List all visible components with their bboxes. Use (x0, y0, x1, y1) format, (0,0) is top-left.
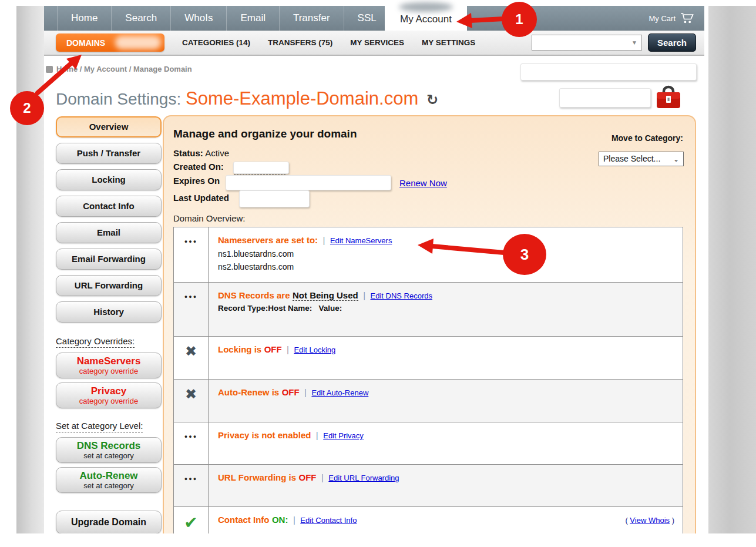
redacted-title-box (559, 88, 651, 108)
left-gutter (16, 6, 44, 533)
breadcrumb[interactable]: Home / My Account / Manage Domain (56, 65, 192, 73)
redacted-account-name (399, 2, 453, 12)
dots-icon: ●●● (174, 465, 209, 506)
view-whois-link[interactable]: View Whois (630, 516, 670, 525)
my-cart-label: My Cart (649, 14, 676, 23)
edit-dns-records-link[interactable]: Edit DNS Records (371, 291, 432, 300)
locking-title: Locking is (218, 344, 261, 354)
subnav-transfers[interactable]: TRANSFERS (75) (268, 38, 332, 47)
edit-auto-renew-link[interactable]: Edit Auto-Renew (311, 388, 368, 397)
sidebar-tab-locking[interactable]: Locking (56, 169, 162, 190)
dots-icon: ●●● (174, 422, 209, 464)
set-at-category-heading: Set at Category Level: (56, 421, 143, 432)
page-title-prefix: Domain Settings: (56, 90, 181, 108)
sidebar-tab-email[interactable]: Email (56, 222, 162, 243)
separator: | (293, 515, 295, 525)
dns-records-category-title: DNS Records (56, 440, 161, 452)
right-gutter (708, 6, 756, 533)
chevron-down-icon: ▼ (631, 39, 637, 46)
nav-tab-my-account-label: My Account (400, 14, 452, 25)
separator: | (323, 235, 325, 245)
dns-status: Not Being Used (293, 290, 358, 301)
separator: | (304, 387, 307, 397)
edit-nameservers-link[interactable]: Edit NameServers (330, 236, 392, 245)
x-icon: ✖ (174, 337, 209, 379)
nameservers-override-title: NameServers (56, 355, 161, 367)
sidebar-tab-email-forwarding[interactable]: Email Forwarding (56, 249, 162, 270)
move-to-category-value: Please Select... (603, 154, 660, 163)
sidebar-tab-url-forwarding[interactable]: URL Forwarding (56, 275, 162, 296)
sidebar-button-auto-renew-category[interactable]: Auto-Renew set at category (56, 467, 162, 493)
renew-now-link[interactable]: Renew Now (399, 178, 447, 188)
sidebar-button-nameservers-override[interactable]: NameServers category override (56, 353, 162, 378)
subnav-search-button[interactable]: Search (648, 33, 696, 52)
page-title: Domain Settings: Some-Example-Domain.com… (56, 88, 438, 109)
bottom-gutter (0, 533, 756, 547)
sidebar-tab-overview[interactable]: Overview (56, 116, 162, 137)
sidebar-tab-history[interactable]: History (56, 301, 162, 323)
subnav-dropdown[interactable]: ▼ (532, 35, 642, 51)
table-row-auto-renew: ✖ Auto-Renew is OFF | Edit Auto-Renew (174, 380, 683, 422)
cart-icon (680, 12, 695, 24)
separator: | (363, 290, 365, 300)
edit-contact-info-link[interactable]: Edit Contact Info (300, 516, 357, 525)
edit-privacy-link[interactable]: Edit Privacy (323, 431, 364, 440)
nav-tab-my-account-active[interactable]: My Account (385, 1, 467, 31)
edit-locking-link[interactable]: Edit Locking (294, 345, 335, 354)
status-line: Status: Active (173, 148, 229, 158)
expires-line: Expires On (173, 176, 220, 186)
separator: | (316, 430, 318, 440)
subnav-my-settings[interactable]: MY SETTINGS (422, 38, 475, 47)
upgrade-domain-button[interactable]: Upgrade Domain (56, 511, 162, 534)
privacy-override-subtitle: category override (56, 397, 161, 406)
view-whois-wrap: ( View Whois ) (625, 516, 674, 525)
page: Home Search WhoIs Email Transfer SSL My … (0, 0, 756, 547)
redacted-domains-count (115, 36, 161, 49)
domain-overview-table: ●●● Nameservers are set to: | Edit NameS… (173, 227, 683, 547)
redacted-expires-date (226, 175, 391, 190)
status-label: Status: (173, 148, 203, 158)
subnav-my-services[interactable]: MY SERVICES (350, 38, 404, 47)
breadcrumb-home-icon (46, 66, 53, 73)
nav-tab-search[interactable]: Search (112, 6, 171, 31)
url-forwarding-title: URL Forwarding is (218, 472, 296, 482)
nav-tab-email[interactable]: Email (227, 6, 280, 31)
nav-tab-home[interactable]: Home (57, 6, 112, 31)
separator: | (287, 344, 289, 354)
my-cart-button[interactable]: My Cart (649, 6, 695, 31)
subnav-domains-button[interactable]: DOMAINS (56, 33, 164, 52)
x-icon: ✖ (174, 380, 209, 422)
toolbox-icon[interactable] (654, 85, 683, 113)
updated-line: Last Updated (173, 193, 229, 203)
dots-icon: ●●● (174, 283, 209, 336)
dots-icon: ●●● (174, 227, 209, 282)
contact-info-title: Contact Info (218, 515, 270, 525)
sidebar-button-privacy-override[interactable]: Privacy category override (56, 382, 162, 408)
top-nav: Home Search WhoIs Email Transfer SSL My … (44, 6, 704, 31)
redacted-updated-date (239, 190, 310, 207)
subnav-categories[interactable]: CATEGORIES (14) (182, 38, 250, 47)
refresh-icon[interactable]: ↻ (426, 92, 438, 108)
dns-records-category-subtitle: set at category (56, 452, 161, 461)
table-row-dns: ●●● DNS Records are Not Being Used | Edi… (174, 283, 683, 337)
sidebar-tab-contact-info[interactable]: Contact Info (56, 196, 162, 217)
privacy-override-title: Privacy (56, 385, 161, 397)
move-to-category-select[interactable]: Please Select... ⌄ (599, 152, 684, 166)
nav-tab-whois[interactable]: WhoIs (171, 6, 227, 31)
status-value: Active (205, 148, 229, 158)
move-to-category-label: Move to Category: (611, 133, 683, 143)
nav-tab-transfer[interactable]: Transfer (280, 6, 344, 31)
auto-renew-title: Auto-Renew is (218, 387, 279, 397)
main-heading: Manage and organize your domain (173, 127, 357, 140)
chevron-down-icon: ⌄ (673, 153, 679, 166)
edit-url-forwarding-link[interactable]: Edit URL Forwarding (328, 474, 399, 482)
auto-renew-status: OFF (282, 387, 300, 397)
sidebar: Overview Push / Transfer Locking Contact… (56, 116, 162, 534)
sidebar-tab-push-transfer[interactable]: Push / Transfer (56, 143, 162, 164)
url-forwarding-status: OFF (299, 472, 317, 482)
sidebar-button-dns-records-category[interactable]: DNS Records set at category (56, 437, 162, 463)
nav-tab-ssl[interactable]: SSL (344, 6, 391, 31)
auto-renew-category-subtitle: set at category (56, 482, 161, 491)
table-row-locking: ✖ Locking is OFF | Edit Locking (174, 337, 683, 380)
domain-overview-label: Domain Overview: (173, 213, 246, 223)
